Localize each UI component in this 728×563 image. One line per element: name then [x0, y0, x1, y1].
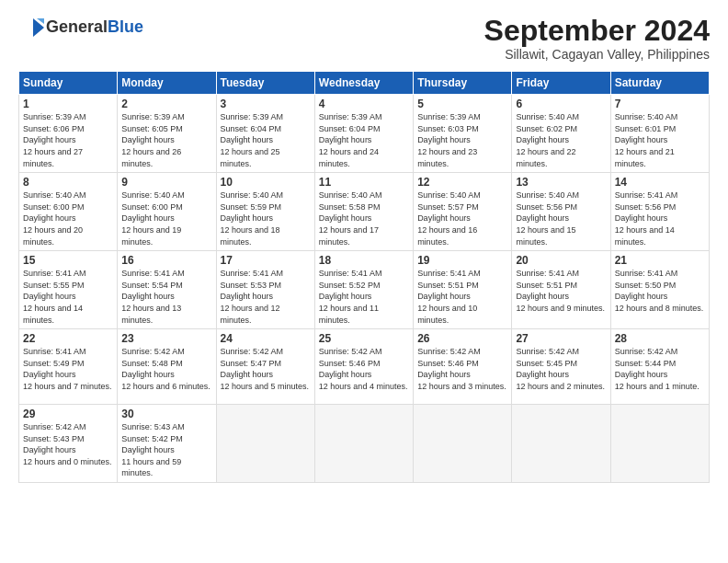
table-row: 29Sunrise: 5:42 AMSunset: 5:43 PMDayligh…: [19, 405, 118, 483]
table-row: 27Sunrise: 5:42 AMSunset: 5:45 PMDayligh…: [512, 329, 610, 405]
table-row: [314, 405, 413, 483]
col-wednesday: Wednesday: [314, 72, 413, 95]
table-row: 22Sunrise: 5:41 AMSunset: 5:49 PMDayligh…: [19, 329, 118, 405]
table-row: [216, 405, 314, 483]
table-row: 25Sunrise: 5:42 AMSunset: 5:46 PMDayligh…: [314, 329, 413, 405]
table-row: 3Sunrise: 5:39 AMSunset: 6:04 PMDaylight…: [216, 95, 314, 173]
month-title: September 2024: [484, 15, 710, 47]
calendar-week-2: 8Sunrise: 5:40 AMSunset: 6:00 PMDaylight…: [19, 173, 710, 251]
title-block: September 2024 Sillawit, Cagayan Valley,…: [484, 15, 710, 62]
table-row: 28Sunrise: 5:42 AMSunset: 5:44 PMDayligh…: [610, 329, 709, 405]
col-friday: Friday: [512, 72, 610, 95]
logo-blue: Blue: [108, 17, 143, 36]
table-row: 18Sunrise: 5:41 AMSunset: 5:52 PMDayligh…: [314, 251, 413, 329]
table-row: 16Sunrise: 5:41 AMSunset: 5:54 PMDayligh…: [118, 251, 216, 329]
table-row: 4Sunrise: 5:39 AMSunset: 6:04 PMDaylight…: [314, 95, 413, 173]
calendar-header-row: Sunday Monday Tuesday Wednesday Thursday…: [19, 72, 710, 95]
col-tuesday: Tuesday: [216, 72, 314, 95]
table-row: [512, 405, 610, 483]
table-row: 26Sunrise: 5:42 AMSunset: 5:46 PMDayligh…: [414, 329, 512, 405]
table-row: 23Sunrise: 5:42 AMSunset: 5:48 PMDayligh…: [118, 329, 216, 405]
table-row: 7Sunrise: 5:40 AMSunset: 6:01 PMDaylight…: [610, 95, 709, 173]
table-row: 24Sunrise: 5:42 AMSunset: 5:47 PMDayligh…: [216, 329, 314, 405]
col-sunday: Sunday: [19, 72, 118, 95]
table-row: 19Sunrise: 5:41 AMSunset: 5:51 PMDayligh…: [414, 251, 512, 329]
calendar-table: Sunday Monday Tuesday Wednesday Thursday…: [18, 71, 710, 483]
location-subtitle: Sillawit, Cagayan Valley, Philippines: [484, 47, 710, 62]
table-row: 9Sunrise: 5:40 AMSunset: 6:00 PMDaylight…: [118, 173, 216, 251]
col-saturday: Saturday: [610, 72, 709, 95]
table-row: 11Sunrise: 5:40 AMSunset: 5:58 PMDayligh…: [314, 173, 413, 251]
table-row: 20Sunrise: 5:41 AMSunset: 5:51 PMDayligh…: [512, 251, 610, 329]
table-row: 30Sunrise: 5:43 AMSunset: 5:42 PMDayligh…: [118, 405, 216, 483]
table-row: 8Sunrise: 5:40 AMSunset: 6:00 PMDaylight…: [19, 173, 118, 251]
table-row: 21Sunrise: 5:41 AMSunset: 5:50 PMDayligh…: [610, 251, 709, 329]
table-row: 12Sunrise: 5:40 AMSunset: 5:57 PMDayligh…: [414, 173, 512, 251]
table-row: 15Sunrise: 5:41 AMSunset: 5:55 PMDayligh…: [19, 251, 118, 329]
table-row: [414, 405, 512, 483]
table-row: 5Sunrise: 5:39 AMSunset: 6:03 PMDaylight…: [414, 95, 512, 173]
calendar-week-1: 1Sunrise: 5:39 AMSunset: 6:06 PMDaylight…: [19, 95, 710, 173]
col-monday: Monday: [118, 72, 216, 95]
table-row: 14Sunrise: 5:41 AMSunset: 5:56 PMDayligh…: [610, 173, 709, 251]
logo: GeneralBlue: [18, 15, 143, 40]
table-row: 6Sunrise: 5:40 AMSunset: 6:02 PMDaylight…: [512, 95, 610, 173]
page: GeneralBlue September 2024 Sillawit, Cag…: [0, 0, 728, 563]
calendar-week-3: 15Sunrise: 5:41 AMSunset: 5:55 PMDayligh…: [19, 251, 710, 329]
table-row: [610, 405, 709, 483]
header: GeneralBlue September 2024 Sillawit, Cag…: [18, 15, 710, 62]
logo-general: General: [46, 17, 108, 36]
calendar-week-5: 29Sunrise: 5:42 AMSunset: 5:43 PMDayligh…: [19, 405, 710, 483]
table-row: 1Sunrise: 5:39 AMSunset: 6:06 PMDaylight…: [19, 95, 118, 173]
col-thursday: Thursday: [414, 72, 512, 95]
calendar-week-4: 22Sunrise: 5:41 AMSunset: 5:49 PMDayligh…: [19, 329, 710, 405]
table-row: 17Sunrise: 5:41 AMSunset: 5:53 PMDayligh…: [216, 251, 314, 329]
table-row: 10Sunrise: 5:40 AMSunset: 5:59 PMDayligh…: [216, 173, 314, 251]
table-row: 13Sunrise: 5:40 AMSunset: 5:56 PMDayligh…: [512, 173, 610, 251]
logo-icon: [18, 15, 44, 40]
table-row: 2Sunrise: 5:39 AMSunset: 6:05 PMDaylight…: [118, 95, 216, 173]
